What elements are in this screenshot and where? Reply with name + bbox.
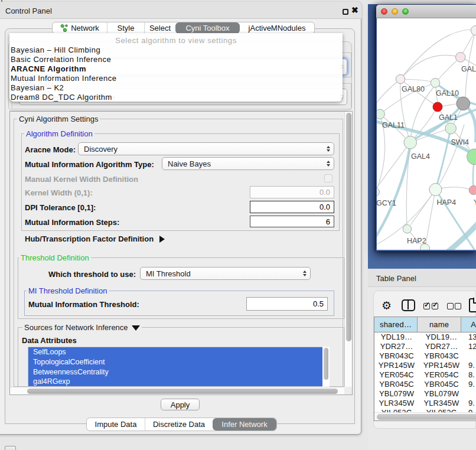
aracne-mode-combo[interactable]: Discovery [78, 142, 334, 155]
network-node[interactable] [471, 26, 476, 35]
corner-fragment [1, 0, 2, 2]
network-edge-highlighted[interactable] [377, 142, 410, 238]
data-attribute-item-selected[interactable]: SelfLoops [28, 347, 322, 357]
data-attribute-item-selected[interactable]: BetweennessCentrality [28, 367, 322, 377]
table-row[interactable]: YER054CYER054C8. [374, 370, 476, 380]
network-node[interactable] [429, 184, 442, 196]
algorithm-option[interactable]: Dream8 DC_TDC Algorithm [11, 93, 338, 102]
column-header-partial[interactable]: A [461, 317, 476, 332]
network-edge[interactable] [435, 57, 461, 83]
minimized-panel-button[interactable] [5, 446, 16, 450]
network-edge[interactable] [400, 55, 460, 79]
algorithm-option[interactable]: Bayesian – K2 [11, 83, 338, 93]
dpi-tolerance-label: DPI Tolerance [0,1]: [25, 203, 96, 212]
apply-button[interactable]: Apply [161, 399, 200, 410]
zoom-traffic-light[interactable] [402, 8, 409, 15]
tab-label: Style [118, 24, 135, 32]
aracne-mode-value: Discovery [79, 145, 323, 154]
table-row[interactable]: YDL19…YDL19…13 [374, 332, 476, 342]
data-attribute-item-selected[interactable]: TopologicalCoefficient [28, 357, 322, 367]
attributes-scrollbar-thumb[interactable] [324, 348, 328, 380]
tab-cyni-toolbox[interactable]: Cyni Toolbox [175, 22, 240, 34]
mi-steps-field[interactable]: 6 [250, 216, 334, 227]
table-hscrollbar-track[interactable] [374, 412, 476, 420]
tab-network[interactable]: Network [53, 22, 107, 34]
aracne-mode-label: Aracne Mode: [25, 145, 76, 154]
checked-checkbox-icon[interactable] [423, 303, 430, 309]
network-node[interactable] [404, 136, 417, 149]
bottom-tab-discretize-data[interactable]: Discretize Data [145, 418, 213, 431]
bottom-tab-infer-network[interactable]: Infer Network [213, 418, 276, 431]
table-cell: YER054C [374, 370, 419, 379]
node-table: shared… name A YDL19…YDL19…13YDR27…YDR27… [374, 317, 476, 421]
table-cell: YBL079W [419, 389, 464, 398]
split-columns-icon[interactable] [402, 299, 415, 311]
tab-label: jActiveMNodules [249, 24, 306, 32]
table-row[interactable]: YBR045CYBR045C9. [374, 379, 476, 389]
bottom-tab-label: Infer Network [221, 420, 267, 429]
table-row[interactable]: YLR345WYLR345W9. [374, 398, 476, 407]
kernel-width-field[interactable]: 0.0 [250, 186, 334, 198]
dpi-tolerance-field[interactable]: 0.0 [250, 201, 334, 213]
hub-transcription-factor-section[interactable]: Hub/Transcription Factor Definition [25, 234, 165, 243]
network-window-titlebar[interactable] [376, 5, 476, 18]
network-node[interactable] [469, 185, 476, 194]
gear-icon[interactable]: ⚙ [382, 299, 392, 312]
network-edge[interactable] [465, 31, 475, 97]
column-header-shared-name[interactable]: shared… [374, 317, 417, 332]
settings-hscrollbar-thumb[interactable] [27, 389, 338, 394]
network-node-label: GAL [461, 65, 476, 73]
table-row[interactable]: YBR043CYBR043C [374, 351, 476, 361]
table-row[interactable]: YBL079WYBL079W [374, 389, 476, 398]
sources-group-title[interactable]: Sources for Network Inference [22, 323, 142, 332]
tab-select[interactable]: Select [144, 22, 175, 34]
data-attributes-list[interactable]: SelfLoopsTopologicalCoefficientBetweenne… [28, 347, 330, 387]
bottom-tab-impute-data[interactable]: Impute Data [87, 418, 145, 431]
network-node[interactable] [377, 109, 384, 119]
mi-algorithm-type-combo[interactable]: Naive Bayes [162, 157, 334, 170]
network-node[interactable] [456, 53, 465, 62]
table-row[interactable]: YPR145WYPR145W9. [374, 361, 476, 370]
checked-checkbox-icon[interactable] [432, 303, 438, 309]
settings-vscrollbar-thumb[interactable] [346, 113, 351, 341]
data-attribute-item-selected[interactable]: gal4RGexp [28, 377, 322, 387]
which-threshold-combo[interactable]: MI Threshold [140, 267, 311, 280]
manual-kernel-width-checkbox[interactable] [324, 174, 332, 182]
data-attributes-label: Data Attributes [22, 336, 77, 345]
network-node[interactable] [396, 74, 405, 83]
network-node[interactable] [433, 102, 442, 112]
unchecked-checkbox-icon[interactable] [455, 303, 461, 309]
table-cell: YBL079W [374, 389, 419, 398]
network-edge[interactable] [426, 190, 436, 244]
network-node[interactable] [457, 97, 470, 110]
minimize-traffic-light[interactable] [392, 8, 398, 15]
network-node[interactable] [403, 225, 411, 233]
document-icon[interactable] [469, 298, 476, 312]
table-cell: YDL19… [374, 332, 419, 341]
which-threshold-value: MI Threshold [141, 269, 299, 278]
network-canvas[interactable]: GALGAL80GAL10GAL1GAL11SWI4GAL4GCY1HAP4YH… [377, 18, 476, 250]
network-node[interactable] [377, 188, 380, 197]
network-node-label: GAL80 [402, 85, 425, 93]
table-cell: 8. [464, 370, 476, 379]
algorithm-option[interactable]: Basic Correlation Inference [11, 55, 338, 64]
threshold-definition-title: Threshold Definition [19, 253, 91, 262]
control-panel-titlebar[interactable] [0, 2, 361, 19]
network-canvas-svg: GALGAL80GAL10GAL1GAL11SWI4GAL4GCY1HAP4YH… [377, 18, 476, 250]
algorithm-option[interactable]: Mutual Information Inference [11, 74, 338, 83]
unchecked-checkbox-icon[interactable] [447, 303, 454, 309]
close-icon[interactable]: ✖ [351, 5, 358, 15]
column-header-name[interactable]: name [417, 317, 461, 332]
table-cell: YDL19… [419, 332, 464, 341]
float-window-icon[interactable] [343, 9, 348, 15]
table-row[interactable]: YDR27…YDR27…12 [374, 342, 476, 351]
network-node[interactable] [431, 79, 439, 87]
close-traffic-light[interactable] [381, 8, 387, 15]
table-hscrollbar-thumb[interactable] [377, 414, 476, 420]
tab-style[interactable]: Style [107, 22, 144, 34]
algorithm-option[interactable]: ARACNE Algorithm [11, 64, 338, 74]
mi-threshold-field[interactable]: 0.5 [246, 297, 328, 311]
network-node[interactable] [445, 123, 457, 134]
algorithm-option[interactable]: Bayesian – Hill Climbing [11, 45, 338, 55]
tab-jactivemnodules[interactable]: jActiveMNodules [240, 22, 314, 34]
